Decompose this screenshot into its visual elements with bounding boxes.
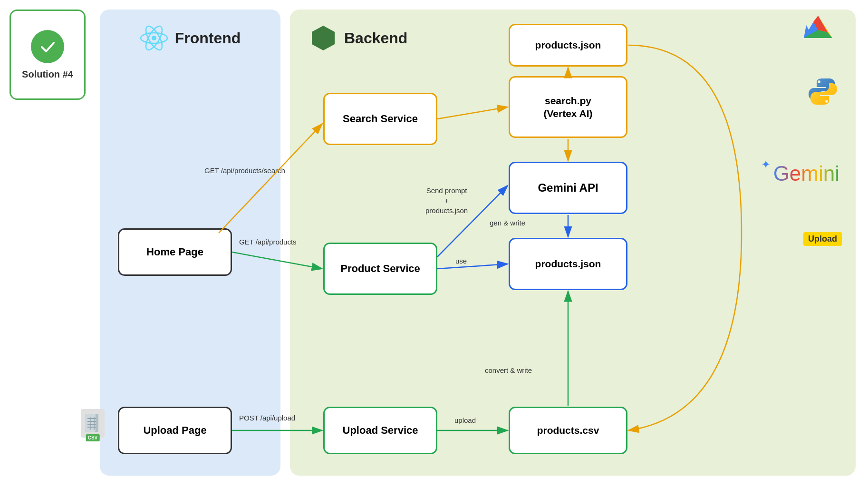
- product-service-box: Product Service: [323, 243, 437, 295]
- products-csv-box: products.csv: [509, 407, 627, 454]
- backend-title: Backend: [344, 29, 407, 47]
- products-json-mid-label: products.json: [535, 258, 601, 270]
- backend-header: Backend: [309, 24, 407, 52]
- get-products-search-label: GET /api/products/search: [204, 166, 285, 175]
- upload-service-label: Upload Service: [343, 424, 418, 437]
- node-icon: [309, 24, 338, 52]
- gemini-api-label: Gemini API: [538, 181, 598, 195]
- search-service-box: Search Service: [323, 93, 437, 145]
- search-service-label: Search Service: [343, 113, 418, 125]
- get-products-label: GET /api/products: [239, 238, 297, 246]
- svg-point-0: [152, 36, 156, 40]
- product-service-label: Product Service: [340, 263, 420, 275]
- react-icon: [140, 24, 168, 52]
- upload-page-box: Upload Page: [118, 407, 232, 454]
- search-py-label: search.py(Vertex AI): [543, 94, 592, 120]
- products-csv-label: products.csv: [537, 425, 599, 436]
- home-page-box: Home Page: [118, 228, 232, 276]
- gen-write-label: gen & write: [490, 219, 525, 227]
- python-icon: [808, 76, 839, 107]
- home-page-label: Home Page: [146, 246, 203, 258]
- csv-badge: CSV: [86, 434, 100, 441]
- csv-icon: CSV: [81, 409, 105, 438]
- gdrive-icon: [801, 13, 835, 42]
- upload-service-box: Upload Service: [323, 407, 437, 454]
- svg-marker-4: [312, 26, 335, 50]
- diagram-container: Solution #4 Frontend Backend: [0, 0, 868, 488]
- csv-doc-icon: CSV: [81, 409, 105, 438]
- frontend-title: Frontend: [175, 29, 241, 47]
- gemini-api-box: Gemini API: [509, 162, 627, 214]
- upload-page-label: Upload Page: [143, 424, 206, 437]
- convert-write-label: convert & write: [485, 366, 532, 374]
- post-upload-label: POST /api/upload: [239, 414, 295, 422]
- products-json-top-label: products.json: [535, 39, 601, 51]
- products-json-top-box: products.json: [509, 24, 627, 67]
- search-py-box: search.py(Vertex AI): [509, 76, 627, 138]
- upload-label: Upload: [803, 232, 842, 246]
- products-json-mid-box: products.json: [509, 238, 627, 290]
- solution-label: Solution #4: [22, 69, 73, 80]
- gemini-star-icon: ✦: [761, 158, 771, 171]
- send-prompt-label: Send prompt+products.json: [425, 185, 468, 215]
- use-label: use: [455, 257, 467, 265]
- solution-check-icon: [31, 30, 64, 63]
- frontend-header: Frontend: [140, 24, 241, 52]
- upload-arrow-label: upload: [454, 416, 476, 424]
- gemini-logo: Gemini: [773, 162, 839, 185]
- solution-badge: Solution #4: [10, 10, 86, 100]
